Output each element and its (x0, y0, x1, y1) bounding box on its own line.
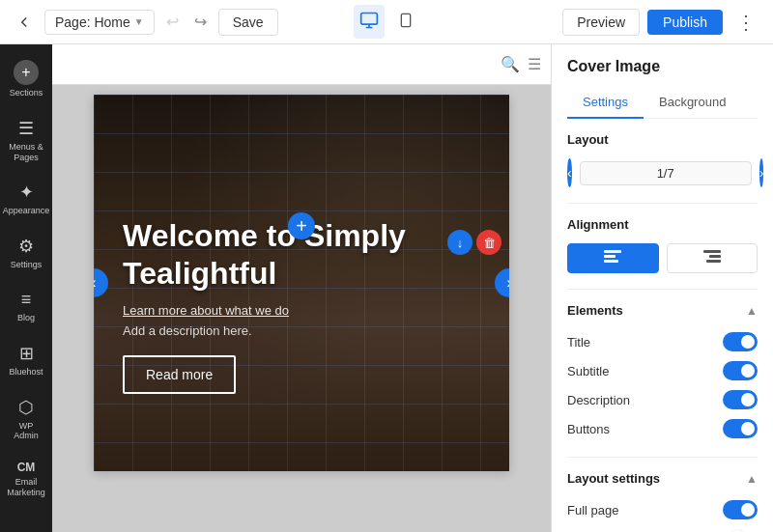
elements-collapse-icon[interactable]: ▲ (746, 304, 758, 318)
layout-settings-section-header: Layout settings ▲ (567, 471, 758, 486)
element-title-row: Title (567, 327, 758, 356)
element-description-label: Description (567, 393, 630, 407)
block-move-down-button[interactable]: ↓ (447, 230, 472, 255)
align-left-icon (604, 250, 621, 266)
redo-button[interactable]: ↪ (190, 9, 211, 35)
element-buttons-label: Buttons (567, 422, 610, 436)
element-description-toggle[interactable] (723, 390, 758, 409)
block-controls: ↓ 🗑 (447, 230, 501, 255)
sidebar-item-appearance[interactable]: ✦ Appearance (4, 174, 48, 224)
layout-prev-button[interactable]: ‹ (567, 158, 572, 187)
panel-tabs: Settings Background (567, 87, 758, 119)
sidebar-item-label: Menus &Pages (9, 142, 43, 163)
sidebar-item-sections[interactable]: + Sections (4, 52, 48, 106)
topbar-right: Preview Publish ⋮ (427, 7, 761, 38)
right-panel: Cover Image Settings Background Layout ‹… (551, 44, 773, 532)
layout-value-input[interactable] (580, 161, 752, 185)
align-right-icon (703, 250, 721, 266)
panel-title: Cover Image (567, 58, 758, 75)
svg-rect-0 (361, 14, 378, 25)
pages-icon: ☰ (18, 118, 34, 139)
sidebar-item-bluehost[interactable]: ⊞ Bluehost (4, 335, 48, 385)
canvas: + ↓ 🗑 Welcome to Simply Tealightful Lear… (94, 95, 509, 471)
sidebar-item-label: Appearance (3, 206, 50, 216)
align-left-button[interactable] (567, 243, 659, 273)
sidebar-item-blog[interactable]: ≡ Blog (4, 282, 48, 331)
element-buttons-toggle[interactable] (723, 419, 758, 438)
save-button[interactable]: Save (218, 9, 278, 36)
sidebar-item-wp-admin[interactable]: ⬡ WP Admin (4, 389, 48, 450)
layout-section-label: Layout (567, 132, 758, 147)
block-delete-button[interactable]: 🗑 (476, 230, 501, 255)
tab-background[interactable]: Background (644, 87, 741, 119)
element-subtitle-label: Subtitle (567, 364, 609, 378)
search-icon[interactable]: 🔍 (501, 55, 520, 73)
undo-button[interactable]: ↩ (162, 9, 183, 35)
editor-topbar: Home 🔍 ☰ (52, 44, 551, 85)
page-selector-label: Page: Home (55, 14, 130, 30)
full-page-label: Full page (567, 503, 618, 518)
email-marketing-icon: CM (17, 461, 36, 474)
layout-next-button[interactable]: › (759, 158, 764, 187)
sidebar-item-label: Sections (10, 88, 43, 98)
left-sidebar: + Sections ☰ Menus &Pages ✦ Appearance ⚙… (0, 44, 52, 532)
topbar: Page: Home ▼ ↩ ↪ Save Preview Publish ⋮ (0, 0, 773, 44)
svg-rect-3 (604, 250, 621, 253)
sidebar-item-label: Blog (17, 313, 35, 323)
svg-rect-8 (706, 260, 721, 263)
layout-settings-collapse-icon[interactable]: ▲ (746, 472, 758, 486)
desktop-view-button[interactable] (354, 5, 385, 39)
element-title-toggle[interactable] (723, 332, 758, 351)
cover-subtitle: Learn more about what we do (123, 303, 480, 318)
bluehost-icon: ⊞ (19, 343, 34, 364)
cover-content: Welcome to Simply Tealightful Learn more… (123, 217, 480, 394)
sidebar-item-label: WP Admin (8, 421, 44, 442)
alignment-row (567, 243, 758, 273)
topbar-left: Page: Home ▼ ↩ ↪ Save (12, 9, 346, 36)
wp-admin-icon: ⬡ (18, 397, 34, 418)
editor-area: Home 🔍 ☰ + ↓ 🗑 Welcom (52, 44, 551, 532)
full-page-row: Full page (567, 495, 758, 524)
alignment-section-label: Alignment (567, 217, 758, 232)
cover-block[interactable]: Welcome to Simply Tealightful Learn more… (94, 95, 509, 471)
elements-section-label: Elements (567, 303, 623, 318)
page-selector[interactable]: Page: Home ▼ (44, 10, 155, 35)
element-subtitle-row: Subtitle (567, 356, 758, 385)
mobile-view-button[interactable] (392, 5, 419, 39)
full-page-toggle[interactable] (723, 500, 758, 519)
page-name-input[interactable]: Home (62, 57, 493, 72)
main-area: + Sections ☰ Menus &Pages ✦ Appearance ⚙… (0, 44, 773, 532)
section-size-row: Section size (567, 524, 758, 532)
cover-description: Add a description here. (123, 323, 480, 338)
svg-rect-7 (709, 255, 721, 258)
more-options-button[interactable]: ⋮ (730, 7, 761, 38)
svg-rect-4 (604, 255, 616, 258)
layout-nav: ‹ › (567, 158, 758, 187)
layout-settings-label: Layout settings (567, 471, 660, 486)
sidebar-item-settings[interactable]: ⚙ Settings (4, 228, 48, 278)
sidebar-item-email-marketing[interactable]: CM EmailMarketing (4, 453, 48, 506)
add-block-button[interactable]: + (288, 212, 315, 239)
align-right-button[interactable] (667, 243, 759, 273)
settings-icon: ⚙ (18, 236, 34, 257)
sidebar-item-label: EmailMarketing (7, 477, 45, 498)
sidebar-item-label: Settings (11, 260, 43, 270)
elements-section-header: Elements ▲ (567, 303, 758, 318)
sidebar-item-label: Bluehost (9, 367, 43, 378)
topbar-center (354, 5, 419, 39)
blog-icon: ≡ (21, 290, 32, 310)
publish-button[interactable]: Publish (647, 10, 723, 35)
tab-settings[interactable]: Settings (567, 87, 644, 119)
canvas-container: + ↓ 🗑 Welcome to Simply Tealightful Lear… (52, 85, 551, 532)
menu-icon[interactable]: ☰ (528, 55, 541, 73)
element-subtitle-toggle[interactable] (723, 361, 758, 380)
read-more-button[interactable]: Read more (123, 355, 236, 394)
sidebar-item-menus[interactable]: ☰ Menus &Pages (4, 110, 48, 171)
back-button[interactable] (12, 10, 37, 35)
element-buttons-row: Buttons (567, 414, 758, 443)
panel-header: Cover Image Settings Background (552, 44, 773, 119)
preview-button[interactable]: Preview (562, 9, 640, 36)
plus-circle-icon: + (14, 60, 39, 85)
chevron-down-icon: ▼ (134, 16, 144, 27)
element-description-row: Description (567, 385, 758, 414)
